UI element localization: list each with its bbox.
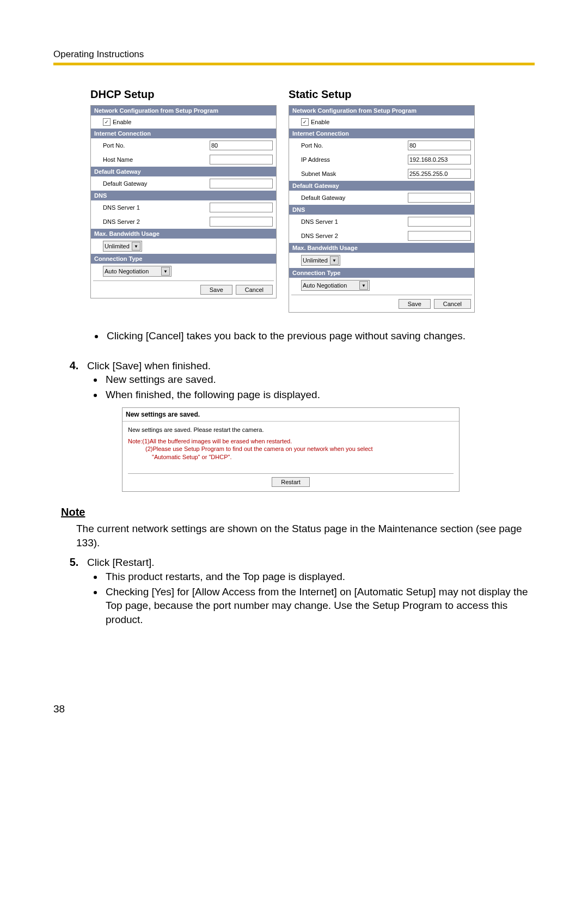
chevron-down-icon: ▼	[330, 256, 339, 265]
static-sec-gateway: Default Gateway	[289, 181, 474, 191]
saved-note2a: (2)Please use Setup Program to find out …	[128, 445, 454, 453]
static-port-input[interactable]	[408, 141, 471, 150]
static-panel: Network Configuration from Setup Program…	[289, 105, 475, 313]
static-mask-label: Subnet Mask	[301, 170, 408, 177]
step5-bullet2: Checking [Yes] for [Allow Access from th…	[103, 585, 535, 627]
page-header: Operating Instructions	[53, 49, 535, 60]
static-dns1-label: DNS Server 1	[301, 218, 408, 225]
note-heading: Note	[61, 505, 535, 520]
dhcp-title: DHCP Setup	[90, 88, 277, 101]
dhcp-dns2-label: DNS Server 2	[103, 218, 210, 225]
dhcp-sec-gateway: Default Gateway	[91, 167, 276, 176]
dhcp-sec-bw: Max. Bandwidth Usage	[91, 229, 276, 239]
dhcp-host-label: Host Name	[103, 156, 210, 163]
chevron-down-icon: ▼	[359, 281, 368, 290]
saved-settings-panel: New settings are saved. New settings are…	[122, 407, 460, 492]
dhcp-sec-netconf: Network Configuration from Setup Program	[91, 106, 276, 115]
static-port-label: Port No.	[301, 142, 408, 149]
static-mask-input[interactable]	[408, 169, 471, 179]
static-ip-input[interactable]	[408, 155, 471, 164]
dhcp-sec-internet: Internet Connection	[91, 129, 276, 138]
step4-bullet2: When finished, the following page is dis…	[103, 388, 535, 402]
step4-text: Click [Save] when finished.	[87, 360, 211, 371]
static-bandwidth-select[interactable]: Unlimited▼	[301, 255, 340, 266]
static-ip-label: IP Address	[301, 156, 408, 163]
static-title: Static Setup	[289, 88, 475, 101]
static-sec-dns: DNS	[289, 205, 474, 215]
static-enable-label: Enable	[311, 119, 329, 125]
dhcp-gw-input[interactable]	[210, 179, 273, 188]
page-number: 38	[53, 703, 535, 715]
dhcp-port-label: Port No.	[103, 142, 210, 149]
static-dns1-input[interactable]	[408, 217, 471, 227]
static-dns2-label: DNS Server 2	[301, 233, 408, 239]
static-sec-ct: Connection Type	[289, 268, 474, 278]
header-rule	[53, 63, 535, 65]
static-save-button[interactable]: Save	[399, 299, 431, 309]
dhcp-save-button[interactable]: Save	[200, 285, 232, 295]
bullet-cancel-note: Clicking [Cancel] takes you back to the …	[105, 329, 535, 343]
static-enable-checkbox[interactable]: ✓	[301, 118, 309, 126]
dhcp-sec-ct: Connection Type	[91, 254, 276, 264]
dhcp-dns1-input[interactable]	[210, 203, 273, 212]
saved-note1: Note:(1)All the buffered images will be …	[128, 437, 454, 446]
dhcp-host-input[interactable]	[210, 155, 273, 164]
dhcp-sec-dns: DNS	[91, 191, 276, 200]
static-dns2-input[interactable]	[408, 231, 471, 241]
static-sec-internet: Internet Connection	[289, 129, 474, 138]
static-cancel-button[interactable]: Cancel	[434, 299, 471, 309]
saved-line1: New settings are saved. Please restart t…	[128, 426, 454, 434]
dhcp-conntype-select[interactable]: Auto Negotiation▼	[103, 266, 171, 277]
saved-head: New settings are saved.	[122, 408, 459, 422]
step5-bullet1: This product restarts, and the Top page …	[103, 570, 535, 584]
dhcp-dns1-label: DNS Server 1	[103, 204, 210, 211]
static-conntype-select[interactable]: Auto Negotiation▼	[301, 280, 370, 291]
dhcp-panel: Network Configuration from Setup Program…	[90, 105, 277, 298]
dhcp-bandwidth-select[interactable]: Unlimited▼	[103, 241, 142, 252]
static-sec-bw: Max. Bandwidth Usage	[289, 243, 474, 253]
step4-bullet1: New settings are saved.	[103, 373, 535, 387]
saved-note2b: "Automatic Setup" or "DHCP".	[128, 453, 454, 461]
note-text: The current network settings are shown o…	[76, 522, 535, 550]
dhcp-enable-label: Enable	[113, 119, 131, 125]
static-gw-input[interactable]	[408, 193, 471, 203]
chevron-down-icon: ▼	[132, 242, 140, 251]
dhcp-cancel-button[interactable]: Cancel	[236, 285, 273, 295]
chevron-down-icon: ▼	[161, 267, 170, 276]
static-gw-label: Default Gateway	[301, 194, 408, 201]
step5-text: Click [Restart].	[87, 557, 155, 568]
dhcp-enable-checkbox[interactable]: ✓	[103, 118, 111, 126]
dhcp-dns2-input[interactable]	[210, 217, 273, 227]
dhcp-port-input[interactable]	[210, 141, 273, 150]
restart-button[interactable]: Restart	[272, 477, 309, 487]
dhcp-gw-label: Default Gateway	[103, 180, 210, 187]
static-sec-netconf: Network Configuration from Setup Program	[289, 106, 474, 115]
